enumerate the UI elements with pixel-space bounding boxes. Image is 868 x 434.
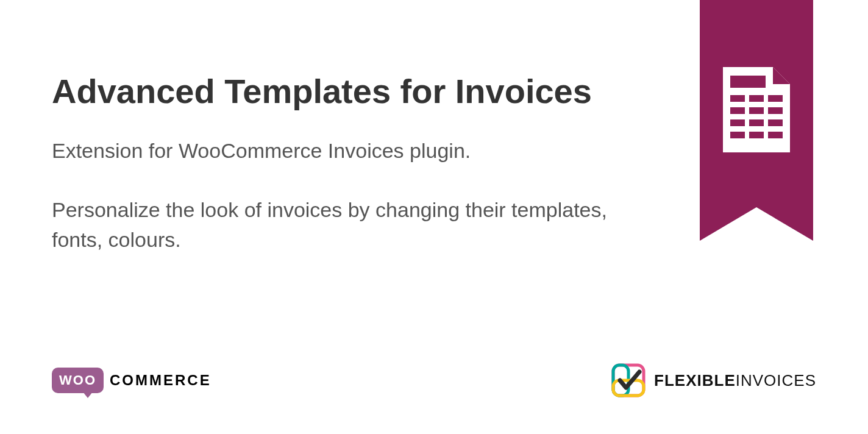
svg-rect-7	[730, 119, 745, 126]
svg-rect-6	[768, 107, 783, 114]
flexible-bold: FLEXIBLE	[654, 371, 736, 390]
svg-rect-12	[768, 132, 783, 138]
ribbon-body	[700, 0, 813, 207]
svg-rect-9	[768, 119, 783, 126]
document-icon	[723, 67, 790, 152]
svg-rect-3	[768, 95, 783, 102]
woocommerce-logo: WOO COMMERCE	[52, 368, 212, 393]
ribbon-badge	[700, 0, 813, 244]
flexible-invoices-logo: FLEXIBLEINVOICES	[611, 363, 816, 397]
ribbon-tail	[700, 207, 813, 241]
checkmark-icon	[611, 363, 646, 397]
svg-rect-5	[749, 107, 764, 114]
main-content: Advanced Templates for Invoices Extensio…	[52, 73, 625, 255]
woo-bubble: WOO	[52, 368, 104, 393]
svg-rect-1	[730, 95, 745, 102]
flexible-light: INVOICES	[736, 371, 816, 390]
svg-rect-0	[730, 76, 766, 88]
description-line-1: Extension for WooCommerce Invoices plugi…	[52, 136, 625, 166]
svg-rect-10	[730, 132, 745, 138]
commerce-text: COMMERCE	[110, 372, 212, 389]
page-title: Advanced Templates for Invoices	[52, 73, 625, 110]
svg-rect-8	[749, 119, 764, 126]
description: Extension for WooCommerce Invoices plugi…	[52, 136, 625, 255]
flexible-invoices-text: FLEXIBLEINVOICES	[654, 371, 816, 390]
svg-rect-4	[730, 107, 745, 114]
svg-rect-2	[749, 95, 764, 102]
description-line-2: Personalize the look of invoices by chan…	[52, 195, 625, 255]
footer: WOO COMMERCE FLEXIBLEINVOICES	[52, 363, 816, 397]
svg-rect-11	[749, 132, 764, 138]
